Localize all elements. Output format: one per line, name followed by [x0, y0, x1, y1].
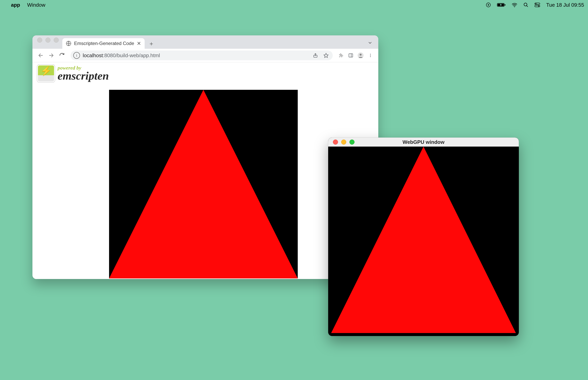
svg-point-23 — [370, 57, 371, 57]
red-triangle-icon — [331, 147, 516, 333]
emscripten-name: emscripten — [57, 70, 109, 81]
kebab-menu-icon[interactable] — [366, 52, 374, 59]
svg-marker-24 — [109, 90, 298, 278]
back-button[interactable] — [36, 51, 45, 60]
forward-button[interactable] — [47, 51, 56, 60]
profile-icon[interactable] — [357, 52, 364, 59]
screen-record-icon[interactable] — [486, 2, 491, 8]
bookmark-star-icon[interactable] — [322, 52, 330, 59]
control-center-icon[interactable] — [534, 2, 540, 7]
chrome-tabbar: Emscripten-Generated Code ✕ ＋ — [32, 35, 378, 49]
chrome-toolbar: i localhost:8080/build-web/app.html — [32, 49, 378, 62]
svg-point-9 — [535, 3, 536, 4]
new-tab-button[interactable]: ＋ — [147, 40, 155, 48]
url-text: localhost:8080/build-web/app.html — [83, 53, 160, 58]
battery-icon[interactable] — [497, 2, 506, 7]
site-info-icon[interactable]: i — [73, 52, 80, 59]
browser-tab[interactable]: Emscripten-Generated Code ✕ — [62, 38, 145, 49]
spotlight-icon[interactable] — [523, 2, 529, 7]
address-bar[interactable]: i localhost:8080/build-web/app.html — [71, 51, 333, 60]
svg-point-20 — [360, 54, 361, 56]
web-canvas[interactable] — [109, 90, 298, 278]
svg-point-22 — [370, 55, 371, 56]
svg-marker-1 — [488, 4, 489, 6]
svg-point-6 — [524, 3, 527, 6]
svg-marker-16 — [324, 53, 328, 57]
svg-line-7 — [527, 6, 528, 7]
svg-rect-17 — [349, 54, 353, 57]
svg-marker-25 — [331, 147, 516, 333]
close-traffic-light-icon[interactable] — [37, 38, 42, 43]
page-content: ⚡ powered by emscripten — [32, 62, 378, 279]
native-titlebar[interactable]: WebGPU window — [328, 137, 519, 147]
minimize-traffic-light-icon[interactable] — [45, 38, 51, 43]
chrome-window: Emscripten-Generated Code ✕ ＋ i localhos… — [32, 35, 378, 279]
reload-button[interactable] — [57, 51, 66, 60]
globe-icon — [66, 41, 71, 46]
tab-close-icon[interactable]: ✕ — [137, 40, 141, 47]
emscripten-badge: ⚡ powered by emscripten — [37, 64, 109, 83]
menubar-clock[interactable]: Tue 18 Jul 09:55 — [546, 2, 584, 8]
wifi-icon[interactable] — [512, 2, 517, 7]
native-window: WebGPU window — [328, 137, 519, 336]
emscripten-logo-icon: ⚡ — [37, 64, 55, 83]
tabs-overflow-icon[interactable] — [368, 40, 372, 46]
svg-point-5 — [514, 6, 515, 7]
menu-app[interactable]: app — [11, 2, 20, 8]
window-controls-inactive[interactable] — [34, 35, 61, 49]
menu-window[interactable]: Window — [27, 2, 45, 8]
share-icon[interactable] — [311, 52, 319, 59]
extensions-icon[interactable] — [337, 52, 345, 59]
sidepanel-icon[interactable] — [347, 52, 355, 59]
native-window-title: WebGPU window — [328, 139, 519, 145]
svg-point-11 — [538, 6, 539, 7]
tab-title: Emscripten-Generated Code — [74, 41, 134, 46]
native-canvas[interactable] — [331, 147, 516, 333]
svg-rect-4 — [505, 4, 505, 5]
red-triangle-icon — [109, 90, 298, 278]
zoom-traffic-light-icon[interactable] — [54, 38, 59, 43]
svg-point-21 — [370, 54, 371, 55]
macos-menubar: app Window Tue 18 Jul 09:55 — [0, 0, 588, 10]
